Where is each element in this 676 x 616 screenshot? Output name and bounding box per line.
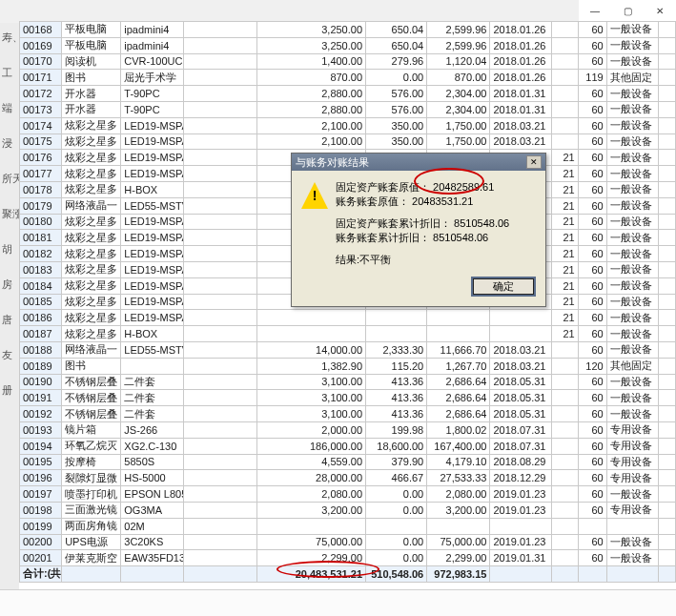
table-row[interactable]: 00193镜片箱JS-2662,000.00199.981,800.022018… (20, 421, 676, 438)
table-row[interactable]: 00173开水器T-90PC2,880.00576.002,304.002018… (20, 101, 676, 117)
table-row[interactable]: 00168平板电脑ipadmini43,250.00650.042,599.96… (20, 22, 676, 38)
table-row[interactable]: 00192不锈钢层叠二件套3,100.00413.362,686.642018.… (20, 406, 676, 422)
table-row[interactable]: 00189图书1,382.90115.201,267.702018.03.211… (20, 358, 676, 374)
table-row[interactable]: 00190不锈钢层叠二件套3,100.00413.362,686.642018.… (20, 374, 676, 390)
window-controls: — ▢ ✕ (579, 0, 676, 21)
warning-icon (301, 182, 328, 209)
table-row[interactable]: 00172开水器T-90PC2,880.00576.002,304.002018… (20, 86, 676, 102)
table-row[interactable]: 00170阅读机CVR-100UC1,400.00279.961,120.042… (20, 53, 676, 70)
table-total-row: 合计:(共计20,483,531.21510,548.06972,983.15 (20, 566, 676, 583)
taskbar (0, 589, 676, 616)
close-button[interactable]: ✕ (644, 0, 676, 21)
table-row[interactable]: 00188网络液晶一LED55-MSTV-14,000.002,333.3011… (20, 341, 676, 358)
table-row[interactable]: 00194环氧乙烷灭XG2.C-130186,000.0018,600.0016… (20, 438, 676, 454)
table-row[interactable]: 00191不锈钢层叠二件套3,100.00413.362,686.642018.… (20, 390, 676, 406)
table-row[interactable]: 00201伊莱克斯空EAW35FD13CA2,299.000.002,299.0… (20, 550, 676, 566)
table-row[interactable]: 00187炫彩之星多H-BOX2160一般设备 (20, 326, 676, 342)
table-row[interactable]: 00199两面房角镜02M (20, 518, 676, 534)
table-row[interactable]: 00169平板电脑ipadmini43,250.00650.042,599.96… (20, 37, 676, 53)
dialog-title: 与账务对账结果 (296, 155, 369, 170)
reconciliation-dialog: 与账务对账结果 ✕ 固定资产账套原值： 20482589.61 账务账套原值： … (291, 153, 546, 307)
table-row[interactable]: 00198三面激光镜OG3MA3,200.000.003,200.002019.… (20, 502, 676, 518)
table-row[interactable]: 00171图书屈光手术学870.000.00870.002018.01.2611… (20, 70, 676, 86)
table-row[interactable]: 00200UPS电源3C20KS75,000.000.0075,000.0020… (20, 534, 676, 550)
table-row[interactable]: 00195按摩椅5850S4,559.00379.904,179.102018.… (20, 454, 676, 470)
table-row[interactable]: 00196裂隙灯显微HS-500028,000.00466.6727,533.3… (20, 470, 676, 486)
table-row[interactable]: 00174炫彩之星多LED19-MSPAJ2,100.00350.001,750… (20, 117, 676, 133)
sidebar-fragment: 寿、工端浸所天聚涨胡房唐友册 (0, 23, 19, 595)
dialog-message: 固定资产账套原值： 20482589.61 账务账套原值： 20483531.2… (336, 180, 509, 267)
maximize-button[interactable]: ▢ (611, 0, 644, 21)
ok-button[interactable]: 确定 (471, 277, 536, 297)
table-row[interactable]: 00186炫彩之星多LED19-MSPAJ2160一般设备 (20, 310, 676, 326)
table-row[interactable]: 00197喷墨打印机EPSON L8052,080.000.002,080.00… (20, 486, 676, 503)
table-row[interactable]: 00175炫彩之星多LED19-MSPAJ2,100.00350.001,750… (20, 133, 676, 150)
dialog-close-button[interactable]: ✕ (526, 155, 542, 169)
minimize-button[interactable]: — (579, 0, 611, 21)
dialog-titlebar[interactable]: 与账务对账结果 ✕ (292, 154, 545, 171)
